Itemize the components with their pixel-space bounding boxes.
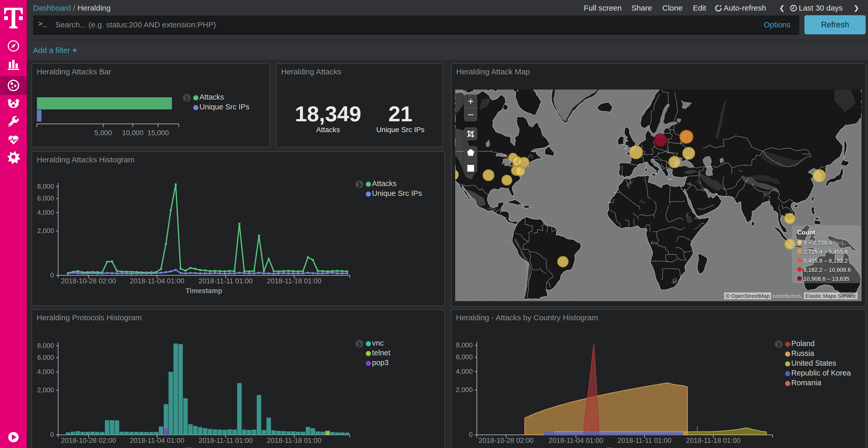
svg-text:0: 0 xyxy=(51,431,54,439)
svg-text:2018-10-28 02:00: 2018-10-28 02:00 xyxy=(478,437,533,444)
svg-text:4,000: 4,000 xyxy=(456,368,473,375)
svg-text:2018-11-18 01:00: 2018-11-18 01:00 xyxy=(267,277,321,285)
svg-text:Timestamp: Timestamp xyxy=(185,287,222,295)
svg-text:8,000: 8,000 xyxy=(37,182,54,190)
svg-text:15,000: 15,000 xyxy=(148,129,169,137)
svg-text:4,000: 4,000 xyxy=(37,208,54,216)
svg-text:2018-11-11 01:00: 2018-11-11 01:00 xyxy=(617,437,672,444)
svg-text:2018-11-11 01:00: 2018-11-11 01:00 xyxy=(199,277,253,285)
svg-text:6,000: 6,000 xyxy=(37,194,54,202)
svg-text:0: 0 xyxy=(51,271,54,279)
svg-text:8,000: 8,000 xyxy=(37,342,54,349)
svg-text:10,000: 10,000 xyxy=(122,129,144,137)
svg-text:4,000: 4,000 xyxy=(37,368,54,376)
svg-text:6,000: 6,000 xyxy=(456,353,473,361)
svg-text:2018-11-18 01:00: 2018-11-18 01:00 xyxy=(686,437,740,444)
svg-text:2018-11-18 01:00: 2018-11-18 01:00 xyxy=(267,437,321,444)
svg-text:2,000: 2,000 xyxy=(456,386,473,393)
svg-text:0: 0 xyxy=(469,431,472,439)
svg-text:Timestamp: Timestamp xyxy=(606,446,643,448)
svg-text:2,000: 2,000 xyxy=(37,386,54,394)
svg-text:2018-10-28 02:00: 2018-10-28 02:00 xyxy=(61,277,116,285)
svg-text:2,000: 2,000 xyxy=(37,227,54,235)
svg-text:5,000: 5,000 xyxy=(95,129,112,137)
svg-text:2018-10-28 02:00: 2018-10-28 02:00 xyxy=(61,437,116,444)
svg-text:6,000: 6,000 xyxy=(37,353,54,361)
svg-text:2018-11-11 01:00: 2018-11-11 01:00 xyxy=(199,437,253,444)
svg-text:8,000: 8,000 xyxy=(456,341,473,349)
svg-text:2018-11-04 01:00: 2018-11-04 01:00 xyxy=(549,437,603,444)
svg-text:2018-11-04 01:00: 2018-11-04 01:00 xyxy=(130,437,184,444)
svg-text:Timestamp: Timestamp xyxy=(185,446,222,448)
svg-text:2018-11-04 01:00: 2018-11-04 01:00 xyxy=(130,277,184,285)
